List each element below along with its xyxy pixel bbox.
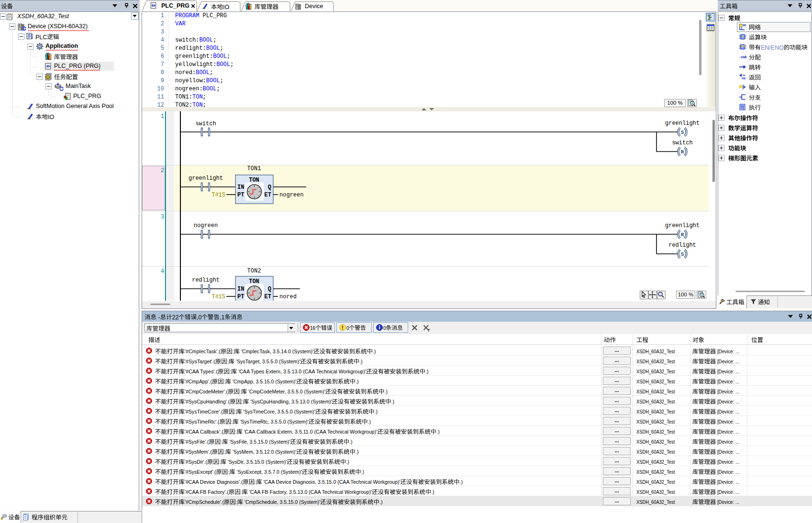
svg-text:'#CAA Callback'.(: '#CAA Callback'.( — [185, 429, 223, 435]
svg-text:22: 22 — [172, 314, 179, 320]
svg-text:'CAA Device Diagnosis, 3.5.15.: 'CAA Device Diagnosis, 3.5.15.0 (CAA Tec… — [262, 479, 400, 485]
svg-text:;: ; — [210, 69, 213, 76]
svg-text:XSDH_60A32_Test: XSDH_60A32_Test — [636, 459, 675, 465]
svg-text:'SysMem, 3.5.12.0 (System)': 'SysMem, 3.5.12.0 (System)' — [231, 449, 296, 455]
svg-text:XSDH_60A32_Test: XSDH_60A32_Test — [636, 499, 675, 505]
svg-text:0: 0 — [346, 325, 349, 331]
svg-text:R: R — [681, 149, 684, 155]
svg-text:.): .) — [361, 469, 365, 475]
svg-text:10: 10 — [157, 86, 164, 92]
svg-text:;: ; — [227, 53, 230, 60]
svg-text:.): .) — [373, 349, 376, 354]
svg-text:switch: switch — [195, 120, 216, 127]
svg-text:'SysExcept, 3.5.7.0 (System)': 'SysExcept, 3.5.7.0 (System)' — [235, 469, 302, 475]
svg-text:[Device: ...: [Device: ... — [716, 379, 739, 384]
svg-text:[Device: ...: [Device: ... — [716, 499, 739, 505]
svg-text:[Device: ...: [Device: ... — [716, 349, 739, 354]
svg-text:;: ; — [203, 94, 206, 100]
svg-text:XSDH_60A32_Test: XSDH_60A32_Test — [636, 389, 675, 394]
svg-text:.): .) — [425, 369, 429, 374]
svg-text:XSDH_60A32_Test: XSDH_60A32_Test — [636, 359, 675, 364]
svg-text:[Device: ...: [Device: ... — [716, 419, 739, 425]
svg-text:'SysCpuHandling, 3.5.13.0 (Sys: 'SysCpuHandling, 3.5.13.0 (System)' — [249, 399, 332, 404]
svg-text::: : — [240, 389, 241, 394]
svg-text:;: ; — [220, 77, 223, 84]
svg-text:greenlight: greenlight — [665, 120, 700, 127]
svg-text:2: 2 — [161, 167, 164, 174]
svg-text:[Device: ...: [Device: ... — [716, 389, 739, 394]
svg-text:S: S — [681, 251, 684, 257]
svg-text:Q: Q — [268, 184, 271, 191]
svg-text:nored:: nored: — [175, 69, 196, 76]
svg-text::: : — [224, 449, 225, 455]
svg-text:IO: IO — [48, 114, 54, 120]
svg-text:XSDH_60A32_Test: XSDH_60A32_Test — [636, 349, 675, 354]
svg-text:'#SysFile'.(: '#SysFile'.( — [185, 439, 209, 445]
svg-text:1: 1 — [161, 113, 164, 120]
svg-text:XSDH_60A32_Test: XSDH_60A32_Test — [636, 449, 675, 455]
svg-text:.): .) — [385, 389, 388, 394]
svg-text::: : — [255, 479, 256, 485]
svg-text:.): .) — [356, 449, 359, 455]
svg-text:'#CmpCodeMeter'.(: '#CmpCodeMeter'.( — [185, 389, 228, 394]
svg-text:'SysTimeRtc, 3.5.5.0 (System)': 'SysTimeRtc, 3.5.5.0 (System)' — [239, 419, 309, 425]
svg-text:1: 1 — [161, 12, 164, 19]
svg-text:.): .) — [379, 499, 383, 505]
svg-text::: : — [234, 409, 236, 414]
svg-text:,1: ,1 — [220, 314, 224, 320]
svg-text:greenlight:: greenlight: — [175, 53, 213, 60]
svg-text::: : — [233, 349, 234, 354]
svg-text:noyellow:: noyellow: — [175, 77, 206, 84]
svg-text:'#SysCpuHandling'.(: '#SysCpuHandling'.( — [185, 399, 230, 404]
svg-text:greenlight: greenlight — [189, 175, 223, 182]
svg-text:;: ; — [216, 86, 220, 92]
svg-text::: : — [221, 439, 222, 445]
svg-text::: : — [219, 459, 221, 465]
svg-text:3: 3 — [161, 29, 164, 35]
svg-text:T#1S: T#1S — [211, 192, 225, 198]
svg-text:[Device: ...: [Device: ... — [716, 479, 739, 485]
svg-text:TON: TON — [192, 94, 203, 100]
svg-text:'SysFile, 3.5.15.0 (System)': 'SysFile, 3.5.15.0 (System)' — [228, 439, 290, 445]
svg-text:'#CAA Types'.(: '#CAA Types'.( — [185, 369, 218, 374]
svg-text:BOOL: BOOL — [203, 86, 217, 92]
svg-text:'#CmpIecTask'.(: '#CmpIecTask'.( — [185, 349, 221, 354]
svg-text:'SysDir, 3.5.15.0 (System)': 'SysDir, 3.5.15.0 (System)' — [226, 459, 287, 465]
svg-text:-: - — [156, 314, 160, 320]
svg-text:[Device: ...: [Device: ... — [716, 399, 739, 404]
svg-text:TON2: TON2 — [247, 268, 261, 274]
svg-text::: : — [231, 419, 233, 425]
svg-text:[Device: ...: [Device: ... — [716, 429, 739, 435]
svg-text:XSDH_60A32_Test: XSDH_60A32_Test — [636, 429, 675, 435]
svg-text::: : — [224, 379, 225, 384]
svg-text:'#SysDir'.(: '#SysDir'.( — [185, 459, 207, 465]
svg-text:'#CmpApp'.(: '#CmpApp'.( — [185, 379, 212, 384]
svg-text:6: 6 — [161, 53, 164, 60]
svg-text:nogreen:: nogreen: — [175, 86, 203, 92]
svg-text:'#SysTimeCore'.(: '#SysTimeCore'.( — [185, 409, 223, 414]
svg-text::: : — [230, 369, 231, 374]
svg-text:[Device: ...: [Device: ... — [716, 489, 739, 495]
svg-text:'CmpIecTask, 3.5.14.0 (System): 'CmpIecTask, 3.5.14.0 (System)' — [240, 349, 313, 354]
svg-text:9: 9 — [161, 77, 164, 84]
svg-text:'CmpApp, 3.5.15.0 (System)': 'CmpApp, 3.5.15.0 (System)' — [231, 379, 296, 384]
svg-text:nored: nored — [279, 294, 297, 300]
svg-text:[Device: ...: [Device: ... — [716, 409, 739, 414]
svg-text:IN: IN — [237, 286, 244, 293]
svg-text:'#CmpSchedule'.(: '#CmpSchedule'.( — [185, 499, 224, 505]
svg-text::: : — [242, 399, 243, 404]
svg-text:'#SysTimeRtc'.(: '#SysTimeRtc'.( — [185, 419, 220, 425]
svg-text:.): .) — [368, 419, 371, 425]
svg-text:[Device: ...: [Device: ... — [716, 439, 739, 445]
svg-text:'#SysExcept'.(: '#SysExcept'.( — [185, 469, 216, 475]
svg-text:'#CAA FB Factory'.(: '#CAA FB Factory'.( — [185, 489, 229, 495]
svg-text:PT: PT — [237, 294, 244, 300]
svg-text:;: ; — [213, 37, 216, 44]
svg-text:PLC_PRG: PLC_PRG — [199, 12, 227, 19]
svg-text:nogreen: nogreen — [194, 222, 218, 229]
svg-text:nogreen: nogreen — [279, 192, 303, 198]
svg-text:TON: TON — [249, 278, 259, 285]
svg-text:'CAA FB Factory, 3.5.13.0 (CAA: 'CAA FB Factory, 3.5.13.0 (CAA Technical… — [248, 489, 372, 495]
svg-text:3: 3 — [161, 214, 164, 220]
svg-text:[Device: ...: [Device: ... — [716, 459, 739, 465]
